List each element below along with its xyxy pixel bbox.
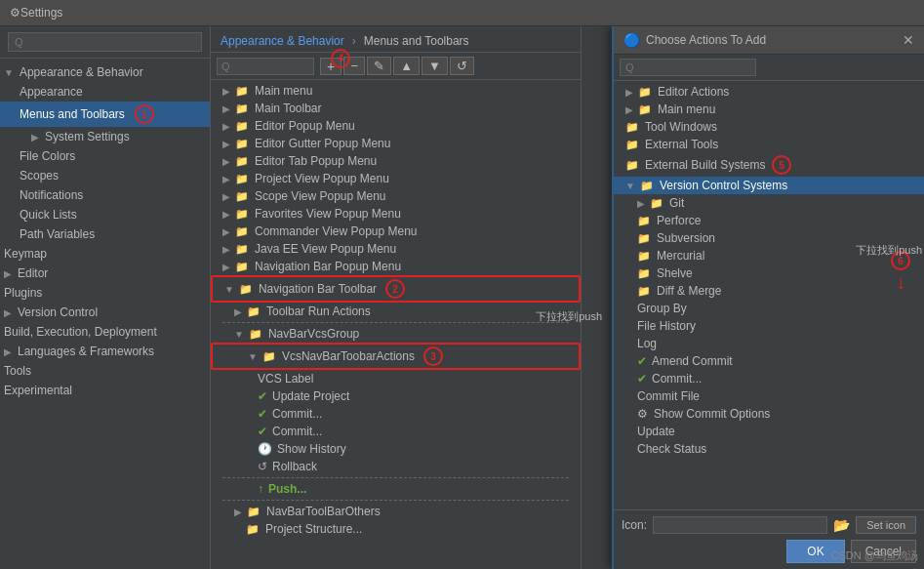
tree-item-show-history[interactable]: 🕐 Show History: [211, 440, 581, 458]
sidebar-item-keymap[interactable]: Keymap: [0, 244, 210, 264]
tree-item-navbar-toolbar-others[interactable]: ▶ 📁 NavBarToolBarOthers: [211, 503, 581, 520]
dialog-item-editor-actions[interactable]: ▶ 📁 Editor Actions: [614, 83, 924, 101]
tree-item-label: VCS Label: [258, 372, 313, 386]
add-action-button[interactable]: + 4: [320, 58, 341, 75]
rollback-icon: ↺: [258, 460, 267, 473]
tree-item-nav-bar-popup[interactable]: ▶ 📁 Navigation Bar Popup Menu: [211, 258, 581, 275]
tree-item-commander-view[interactable]: ▶ 📁 Commander View Popup Menu: [211, 223, 581, 240]
icon-label: Icon:: [622, 518, 647, 532]
sidebar-search-input[interactable]: [8, 32, 202, 52]
tree-item-toolbar-run-actions[interactable]: ▶ 📁 Toolbar Run Actions: [211, 303, 581, 320]
tree-item-label: Editor Popup Menu: [255, 119, 355, 133]
folder-icon: 📁: [625, 121, 639, 134]
tree-divider-1: [222, 322, 569, 323]
dialog-item-tool-windows[interactable]: 📁 Tool Windows: [614, 118, 924, 136]
icon-input[interactable]: [653, 516, 827, 534]
sidebar-item-build-execution[interactable]: Build, Execution, Deployment: [0, 322, 210, 342]
sidebar-item-experimental[interactable]: Experimental: [0, 381, 210, 400]
tree-item-rollback[interactable]: ↺ Rollback: [211, 458, 581, 475]
folder-icon: 📁: [235, 261, 249, 273]
dialog-close-button[interactable]: ✕: [903, 32, 914, 48]
dialog-item-diff-merge[interactable]: 📁 Diff & Merge: [614, 282, 924, 300]
dialog-item-shelve[interactable]: 📁 Shelve: [614, 264, 924, 282]
tree-item-favorites-view[interactable]: ▶ 📁 Favorites View Popup Menu: [211, 205, 581, 223]
dialog-item-log[interactable]: Log: [614, 335, 924, 352]
dialog-item-main-menu[interactable]: ▶ 📁 Main menu: [614, 101, 924, 118]
dialog-item-version-control[interactable]: ▼ 📁 Version Control Systems: [614, 177, 924, 194]
sidebar-item-languages-frameworks[interactable]: ▶ Languages & Frameworks: [0, 342, 210, 361]
sidebar-item-label: Plugins: [4, 286, 42, 300]
chevron-right-icon: ▶: [222, 191, 230, 202]
tree-item-commit-1[interactable]: ✔ Commit...: [211, 405, 581, 423]
tree-item-editor-popup[interactable]: ▶ 📁 Editor Popup Menu: [211, 117, 581, 135]
folder-icon: 📁: [640, 180, 654, 192]
dialog-search-input[interactable]: [620, 59, 756, 76]
tree-item-project-structure[interactable]: 📁 Project Structure...: [211, 520, 581, 538]
dialog-toolbar: [614, 55, 924, 81]
dialog-item-perforce[interactable]: 📁 Perforce: [614, 212, 924, 229]
tree-item-main-menu[interactable]: ▶ 📁 Main menu: [211, 82, 581, 100]
tree-item-label: Navigation Bar Toolbar: [259, 282, 377, 296]
tree-item-editor-gutter[interactable]: ▶ 📁 Editor Gutter Popup Menu: [211, 135, 581, 152]
icon-browse-icon[interactable]: 📂: [833, 517, 850, 533]
dialog-item-file-history[interactable]: File History: [614, 317, 924, 335]
set-icon-button[interactable]: Set icon: [856, 516, 916, 534]
tree-item-label: NavBarToolBarOthers: [266, 505, 381, 518]
sidebar-item-path-variables[interactable]: Path Variables: [0, 224, 210, 244]
tree-item-nav-bar-toolbar[interactable]: ▼ 📁 Navigation Bar Toolbar 2: [211, 275, 581, 303]
dialog-item-git[interactable]: ▶ 📁 Git: [614, 194, 924, 212]
tree-item-commit-2[interactable]: ✔ Commit...: [211, 423, 581, 440]
dialog-item-label: File History: [637, 319, 696, 333]
dialog-item-external-build[interactable]: 📁 External Build Systems 5: [614, 153, 924, 177]
gear-icon: ⚙: [10, 6, 20, 20]
sidebar-item-label: Experimental: [4, 384, 72, 397]
move-down-button[interactable]: ▼: [422, 57, 448, 75]
sidebar-item-scopes[interactable]: Scopes: [0, 166, 210, 185]
folder-icon: 📁: [638, 103, 652, 116]
breadcrumb-parent[interactable]: Appearance & Behavior: [221, 34, 344, 48]
dialog-item-check-status[interactable]: Check Status: [614, 440, 924, 458]
sidebar-item-tools[interactable]: Tools: [0, 361, 210, 381]
reset-button[interactable]: ↺: [450, 57, 474, 75]
tree-item-vcsnav-toolbar-actions[interactable]: ▼ 📁 VcsNavBarToobarActions 3: [211, 343, 581, 370]
dialog-item-update[interactable]: Update: [614, 423, 924, 440]
tree-item-vcs-label[interactable]: VCS Label: [211, 370, 581, 387]
chevron-right-icon: ▶: [222, 174, 230, 184]
sidebar-item-plugins[interactable]: Plugins: [0, 283, 210, 303]
tree-item-main-toolbar[interactable]: ▶ 📁 Main Toolbar: [211, 100, 581, 117]
chevron-down-icon: ▼: [224, 284, 234, 295]
tree-item-navbarvcsgroup[interactable]: ▼ 📁 NavBarVcsGroup: [211, 325, 581, 343]
dialog-item-show-commit-options[interactable]: ⚙ Show Commit Options: [614, 405, 924, 423]
tree-item-update-project[interactable]: ✔ Update Project: [211, 387, 581, 405]
sidebar-item-notifications[interactable]: Notifications: [0, 185, 210, 205]
dialog-item-amend-commit[interactable]: ✔ Amend Commit: [614, 352, 924, 370]
tree-item-project-view[interactable]: ▶ 📁 Project View Popup Menu: [211, 170, 581, 187]
dialog-item-commit-file[interactable]: Commit File: [614, 387, 924, 405]
move-up-button[interactable]: ▲: [393, 57, 420, 75]
tree-item-label: Update Project: [272, 389, 349, 403]
sidebar-item-version-control[interactable]: ▶ Version Control: [0, 303, 210, 322]
tree-item-push[interactable]: ↑ Push...: [211, 480, 581, 498]
chevron-right-icon: ▶: [4, 307, 12, 318]
sidebar: ▼ Appearance & Behavior Appearance Menus…: [0, 26, 211, 569]
edit-action-button[interactable]: ✎: [367, 57, 391, 75]
dialog-item-group-by[interactable]: Group By: [614, 300, 924, 317]
sidebar-item-appearance-behavior[interactable]: ▼ Appearance & Behavior: [0, 62, 210, 82]
tree-item-editor-tab[interactable]: ▶ 📁 Editor Tab Popup Menu: [211, 152, 581, 170]
tree-item-java-ee-view[interactable]: ▶ 📁 Java EE View Popup Menu: [211, 240, 581, 258]
sidebar-item-appearance[interactable]: Appearance: [0, 82, 210, 102]
dialog-item-commit[interactable]: ✔ Commit...: [614, 370, 924, 387]
chevron-right-icon: ▶: [222, 121, 230, 132]
chevron-right-icon: ▶: [625, 87, 633, 98]
tree-item-label: Java EE View Popup Menu: [255, 242, 396, 256]
middle-search-input[interactable]: [217, 58, 314, 75]
sidebar-item-menus-toolbars[interactable]: Menus and Toolbars 1: [0, 102, 210, 127]
sidebar-item-system-settings[interactable]: ▶ System Settings: [0, 127, 210, 146]
sidebar-item-editor[interactable]: ▶ Editor: [0, 264, 210, 283]
sidebar-item-quick-lists[interactable]: Quick Lists: [0, 205, 210, 224]
tree-item-scope-view[interactable]: ▶ 📁 Scope View Popup Menu: [211, 187, 581, 205]
sidebar-item-file-colors[interactable]: File Colors: [0, 146, 210, 166]
folder-icon: 📁: [235, 102, 249, 115]
dialog-item-external-tools[interactable]: 📁 External Tools: [614, 136, 924, 153]
check-icon: ✔: [258, 425, 267, 438]
